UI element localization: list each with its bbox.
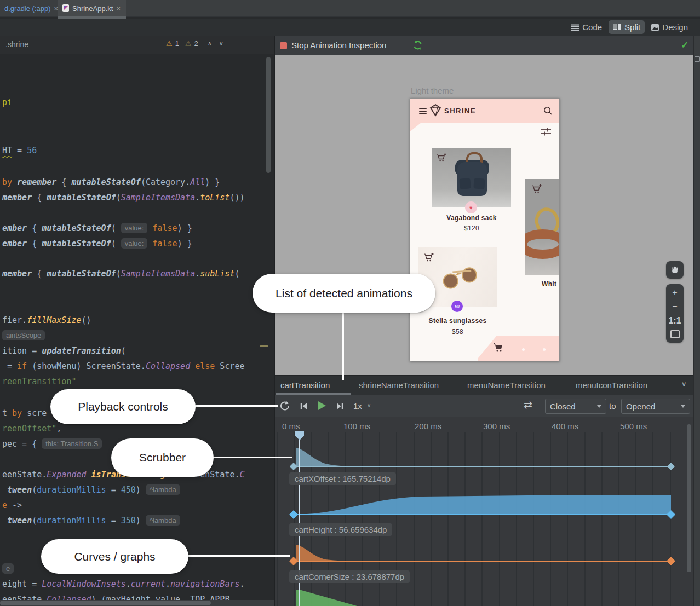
code-line[interactable]: tween(durationMillis = 350) ^lambda (2, 515, 180, 527)
code-line[interactable]: aintsScope (2, 330, 45, 342)
code-token: = (12, 146, 27, 155)
keyframe-diamond[interactable] (667, 463, 675, 470)
code-line[interactable]: reenTransition" (2, 376, 76, 388)
animation-tab-shrineNameTransition[interactable]: shrineNameTransition (359, 380, 439, 390)
animation-tab-menuIconTransition[interactable]: menuIconTransition (576, 380, 647, 390)
zoom-actual-size-button[interactable]: 1:1 (668, 316, 681, 325)
code-token: HT (2, 146, 12, 155)
code-line[interactable]: member { mutableStateOf(SampleItemsData.… (2, 268, 240, 280)
split-view-button[interactable]: Split (609, 20, 645, 34)
code-lines-icon (571, 24, 579, 31)
code-token: SampleItemsData (121, 269, 195, 279)
breadcrumb-bar (0, 36, 274, 55)
tab-shrineapp[interactable]: ShrineApp.kt × (58, 0, 126, 16)
dropdown-caret-icon (597, 405, 601, 408)
next-issue-chevron-icon[interactable]: ∨ (219, 40, 223, 47)
prev-issue-chevron-icon[interactable]: ∧ (208, 40, 212, 47)
right-tool-stripe[interactable] (693, 36, 700, 606)
zoom-out-button[interactable]: − (672, 302, 677, 311)
animation-timeline[interactable]: 0 ms100 ms200 ms300 ms400 ms500 ms cartX… (275, 417, 693, 606)
backpack-pocket (473, 178, 485, 189)
code-token: All (190, 177, 205, 187)
keyframe-diamond[interactable] (289, 510, 298, 519)
code-token: mutableStateOf (42, 223, 111, 233)
breadcrumb[interactable]: .shrine (5, 40, 28, 49)
editor-vertical-scrollbar[interactable] (266, 57, 271, 173)
play-button-icon[interactable] (317, 400, 327, 411)
backpack-handle (466, 152, 483, 163)
design-image-icon (651, 24, 659, 31)
editor-horizontal-scrollbar[interactable] (0, 601, 211, 605)
speed-chevron-icon[interactable]: ∨ (367, 402, 371, 408)
code-line[interactable]: fier.fillMaxSize() (2, 314, 91, 326)
inlay-hint: ^lambda (146, 515, 180, 526)
animation-tab-menuNameTransition[interactable]: menuNameTransition (467, 380, 546, 390)
code-view-label: Code (582, 22, 602, 32)
callout-text: Playback controls (78, 400, 168, 413)
brand-badge-heart: ♥ (465, 201, 477, 213)
zoom-to-fit-icon[interactable] (670, 330, 680, 338)
swap-states-icon[interactable]: ⇄ (524, 399, 532, 411)
keyframe-diamond[interactable] (667, 557, 675, 565)
loop-playback-icon[interactable] (279, 400, 290, 411)
code-token: durationMillis (37, 516, 106, 526)
from-state-dropdown[interactable]: Closed (545, 399, 606, 414)
shrine-brand-label: SHRINE (444, 107, 476, 115)
preview-surface: Light theme SHRINE (275, 55, 693, 375)
code-line[interactable]: pec = { this: Transition.S (2, 438, 102, 450)
code-line[interactable]: tween(durationMillis = 450) ^lambda (2, 484, 180, 496)
animation-tab-cartTransition[interactable]: cartTransition (280, 380, 330, 390)
fold-marker (260, 345, 268, 347)
code-token: fillMaxSize (27, 315, 81, 325)
code-line[interactable]: ition = updateTransition( (2, 345, 126, 357)
skip-to-end-icon[interactable] (335, 402, 345, 411)
tab-gradle[interactable]: d.gradle (:app) × (0, 0, 65, 16)
code-token: mutableStateOf (47, 269, 116, 279)
timeline-vertical-scrollbar[interactable] (687, 424, 691, 572)
design-view-button[interactable]: Design (647, 20, 692, 34)
app-bar-notch (410, 123, 421, 131)
code-line[interactable]: t by scre (2, 407, 47, 419)
code-line[interactable]: e (2, 563, 14, 575)
tabs-overflow-chevron-icon[interactable]: ∨ (681, 380, 687, 388)
callout-playback-controls: Playback controls (50, 389, 196, 424)
design-view-label: Design (662, 22, 688, 32)
kotlin-file-icon (62, 4, 69, 12)
code-token: 350 (121, 516, 136, 526)
callout-text: List of detected animations (276, 287, 412, 300)
cart-bottom-bar (478, 336, 559, 361)
code-line[interactable]: ember { mutableStateOf( value: false) } (2, 238, 192, 250)
pan-tool-button[interactable] (666, 261, 684, 279)
stop-animation-label[interactable]: Stop Animation Inspection (291, 41, 386, 50)
code-line[interactable]: by remember { mutableStateOf(Category.Al… (2, 176, 220, 188)
stop-square-icon[interactable] (280, 42, 287, 49)
zoom-in-button[interactable]: + (672, 288, 677, 297)
code-token: member (2, 269, 32, 279)
to-state-dropdown[interactable]: Opened (621, 399, 690, 414)
tool-stripe-icon[interactable] (695, 56, 700, 62)
curve-cartXOffset (296, 448, 362, 466)
code-line[interactable]: HT = 56 (2, 145, 37, 157)
code-line[interactable]: reenOffset", (2, 423, 61, 435)
refresh-icon[interactable] (412, 40, 423, 50)
code-token: = (106, 485, 121, 495)
code-line[interactable]: member { mutableStateOf(SampleItemsData.… (2, 192, 245, 204)
code-token: { (27, 239, 42, 249)
code-line[interactable]: ember { mutableStateOf( value: false) } (2, 222, 192, 234)
code-token: C (240, 470, 245, 480)
code-line[interactable]: = if (showMenu) ScreenState.Collapsed el… (2, 360, 245, 372)
code-token: ( (116, 269, 121, 279)
code-token: by (12, 408, 22, 418)
code-token: tween (7, 516, 32, 526)
code-view-button[interactable]: Code (566, 20, 606, 34)
code-token: durationMillis (37, 485, 106, 495)
code-line[interactable]: pi (2, 96, 12, 108)
playback-speed-selector[interactable]: 1x (353, 401, 362, 411)
weak-warning-icon: ⚠ (185, 39, 192, 48)
code-editor[interactable]: piHT = 56by remember { mutableStateOf(Ca… (0, 54, 274, 606)
inspection-widget[interactable]: ⚠ 1 ⚠ 2 ∧ ∨ (166, 39, 223, 48)
code-line[interactable]: eight = LocalWindowInsets.current.naviga… (2, 578, 245, 590)
code-line[interactable]: e -> (2, 499, 22, 511)
skip-to-start-icon[interactable] (299, 402, 308, 411)
close-icon[interactable]: × (116, 5, 121, 12)
